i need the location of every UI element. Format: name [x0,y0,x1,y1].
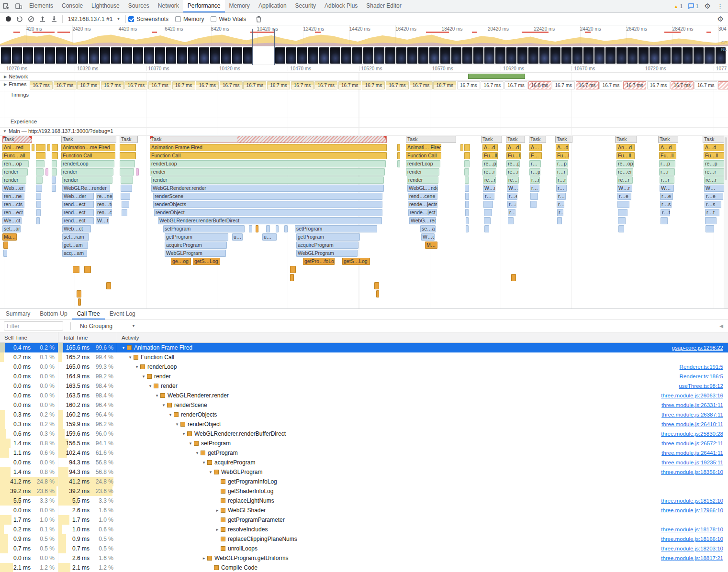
screenshot-thumbnail[interactable] [111,47,121,64]
flame-entry-small[interactable] [465,209,469,216]
flame-entry-small[interactable] [397,144,400,151]
frame-chip[interactable]: 16.7 ms [623,81,646,89]
flame-entry[interactable]: r…t [508,209,515,216]
flame-entry[interactable]: r…r [556,168,568,176]
frames-lane-header[interactable]: ▶ Frames [4,81,26,87]
frame-chip[interactable]: 16.7 ms [647,81,670,89]
flame-entry[interactable]: Function Call [150,152,387,159]
flame-entry-small[interactable] [484,217,491,224]
screenshot-thumbnail[interactable] [451,47,461,64]
frame-chip[interactable]: 16.7 ms [552,81,575,89]
screenshot-thumbnail[interactable] [133,47,143,64]
flame-entry[interactable]: renderScene [153,193,382,200]
screenshot-thumbnail[interactable] [638,47,649,64]
flame-entry[interactable]: getProgram [165,233,228,241]
flame-entry-small[interactable] [120,160,135,167]
flame-entry[interactable]: render [2,176,26,184]
flame-entry[interactable]: Fu…ll [659,152,676,159]
table-row[interactable]: 0.9 ms0.5 %0.9 ms0.5 %replaceClippingPla… [0,534,728,544]
flame-entry[interactable]: Function Call [61,152,115,159]
flame-entry[interactable]: Task [150,136,387,143]
screenshot-thumbnail[interactable] [319,47,329,64]
flame-entry[interactable]: getProgram [296,233,360,241]
flame-entry[interactable]: Animation Frame Fired [150,144,387,151]
flame-entry[interactable]: An…d [616,144,635,151]
table-row[interactable]: 1.4 ms0.8 %156.5 ms94.1 %▾setProgramthre… [0,439,728,448]
flame-entry[interactable]: Fu…ll [482,152,498,159]
flame-entry[interactable]: r…r [660,176,674,184]
flame-entry[interactable]: r…r [530,176,540,184]
timings-lane-header[interactable]: Timings [11,92,29,98]
flame-entry[interactable]: W…r [617,185,632,192]
table-row[interactable]: 0.4 ms0.2 %165.6 ms99.6 %▾Animation Fram… [0,343,728,352]
flame-entry-small[interactable] [464,152,470,159]
flame-entry-small[interactable] [47,144,50,151]
flame-entry-small[interactable] [73,266,79,273]
flame-entry-small[interactable] [705,217,717,224]
flame-entry[interactable]: rend…ect [62,217,94,224]
flame-entry-small[interactable] [77,290,81,297]
flame-entry[interactable]: ren…ct [96,209,112,216]
screenshot-thumbnail[interactable] [429,47,439,64]
expanded-triangle-icon[interactable]: ▾ [140,374,147,379]
flame-entry[interactable]: A… [529,144,542,151]
flame-entry[interactable]: ren…ne [2,193,24,200]
tab-lighthouse[interactable]: Lighthouse [87,0,124,12]
frame-chip[interactable]: 16.7 ms [671,81,694,89]
main-flame-chart[interactable]: TaskTaskTaskTaskTaskTaskTaskTaskTaskTask… [0,135,728,308]
flame-entry[interactable]: Task [61,136,116,143]
flame-entry-small[interactable] [460,144,463,151]
table-row[interactable]: 0.0 ms0.0 %163.5 ms98.4 %▾WebGLRenderer.… [0,391,728,400]
checkbox-screenshots[interactable]: Screenshots [128,16,168,22]
screenshot-thumbnail[interactable] [330,47,340,64]
flame-entry-small[interactable] [706,225,714,232]
capture-settings-gear-icon[interactable]: ⚙ [717,15,726,23]
flame-entry-small[interactable] [530,201,537,208]
flame-entry[interactable]: Task [506,136,525,143]
flame-entry[interactable]: render [151,176,384,184]
screenshot-thumbnail[interactable] [1,47,11,64]
flame-entry-small[interactable] [36,185,42,192]
flame-entry-small[interactable] [661,217,668,224]
flame-entry-small[interactable] [466,217,469,224]
flame-entry-small[interactable] [249,225,252,232]
flame-entry-small[interactable] [122,209,127,216]
frame-chip[interactable] [718,81,728,89]
frame-chip[interactable]: 16.7 ms [386,81,409,89]
flame-entry[interactable]: Function Call [406,152,441,159]
flame-entry-small[interactable] [290,274,294,281]
flame-entry-small[interactable] [3,242,8,249]
flame-entry[interactable]: WebGL…nder [407,185,438,192]
frame-chip[interactable]: 16.7 ms [291,81,314,89]
flame-entry-small[interactable] [484,209,492,216]
source-link[interactable]: three.module.js:18203:10 [661,546,728,551]
flame-entry[interactable]: re…op [616,160,634,167]
flame-entry-small[interactable] [464,168,469,176]
screenshot-thumbnail[interactable] [605,47,616,64]
flame-entry-small[interactable] [45,168,48,176]
flame-scrollbar-thumb[interactable] [725,137,727,180]
flame-entry-small[interactable] [508,217,514,224]
source-link[interactable]: three.module.js:18152:10 [661,498,728,504]
flame-entry[interactable]: r…s [660,201,672,208]
settings-gear-icon[interactable]: ⚙ [702,2,713,11]
flame-entry[interactable]: A…d [482,144,498,151]
flame-entry-small[interactable] [36,168,44,176]
expanded-triangle-icon[interactable]: ▾ [180,431,187,436]
screenshot-thumbnail[interactable] [243,47,253,64]
delete-recording-button[interactable] [253,14,264,24]
more-options-icon[interactable]: ⋮ [714,3,726,10]
screenshot-thumbnail[interactable] [275,47,285,64]
source-link[interactable]: three.module.js:18356:10 [661,469,728,475]
flame-entry[interactable]: W…e [421,233,435,241]
source-link[interactable]: three.module.js:26410:11 [661,421,728,427]
flame-entry[interactable]: getS…Log [193,258,220,265]
screenshot-thumbnail[interactable] [155,47,165,64]
flame-entry[interactable]: get…am [62,242,88,249]
source-link[interactable]: three.module.js:17966:10 [661,507,728,513]
flame-entry[interactable]: Task [120,136,138,143]
screenshot-thumbnail[interactable] [221,47,231,64]
flame-entry[interactable]: Task [2,136,32,143]
screenshot-thumbnail[interactable] [23,47,33,64]
tab-elements[interactable]: Elements [25,0,57,12]
